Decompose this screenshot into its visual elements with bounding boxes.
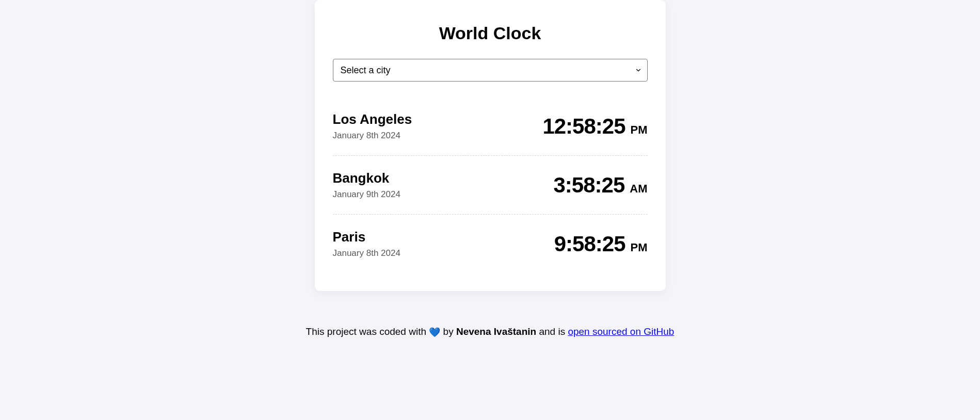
city-info: Los Angeles January 8th 2024 [333, 111, 412, 141]
city-time: 12:58:25 [542, 114, 625, 139]
footer-middle: and is [536, 326, 568, 337]
city-name: Paris [333, 229, 400, 245]
footer-prefix: This project was coded with [306, 326, 429, 337]
city-time: 3:58:25 [554, 173, 625, 198]
city-name: Bangkok [333, 170, 400, 186]
city-time-block: 9:58:25 PM [554, 232, 648, 256]
footer: This project was coded with 💙 by Nevena … [306, 326, 674, 338]
world-clock-card: World Clock Select a city Los Angeles Ja… [315, 0, 666, 291]
city-ampm: PM [631, 123, 648, 137]
city-info: Paris January 8th 2024 [333, 229, 400, 259]
city-row-los-angeles: Los Angeles January 8th 2024 12:58:25 PM [333, 102, 648, 150]
city-time-block: 3:58:25 AM [554, 173, 648, 198]
city-row-paris: Paris January 8th 2024 9:58:25 PM [333, 214, 648, 268]
footer-by: by [440, 326, 456, 337]
city-time: 9:58:25 [554, 232, 625, 256]
city-date: January 9th 2024 [333, 189, 400, 200]
city-date: January 8th 2024 [333, 131, 412, 141]
heart-icon: 💙 [429, 327, 440, 337]
city-name: Los Angeles [333, 111, 412, 127]
city-ampm: PM [631, 241, 648, 254]
page-title: World Clock [333, 23, 648, 43]
footer-author: Nevena Ivaštanin [456, 326, 536, 337]
city-date: January 8th 2024 [333, 248, 400, 259]
city-select[interactable]: Select a city [333, 59, 648, 82]
city-info: Bangkok January 9th 2024 [333, 170, 400, 200]
city-ampm: AM [630, 182, 647, 196]
github-link[interactable]: open sourced on GitHub [568, 326, 674, 337]
city-time-block: 12:58:25 PM [542, 114, 647, 139]
city-row-bangkok: Bangkok January 9th 2024 3:58:25 AM [333, 155, 648, 209]
